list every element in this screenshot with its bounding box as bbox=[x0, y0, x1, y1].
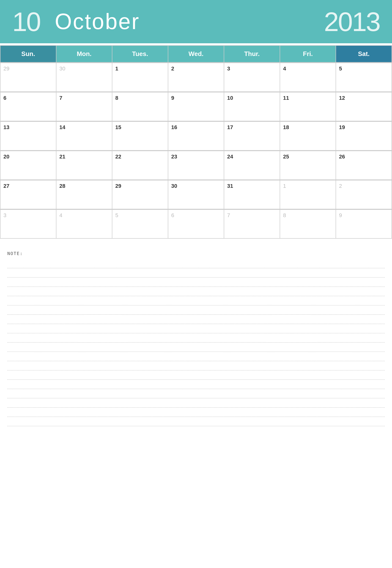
note-section: NOTE: bbox=[0, 243, 392, 431]
day-number: 1 bbox=[283, 183, 286, 189]
note-line bbox=[7, 287, 385, 296]
day-number: 5 bbox=[115, 212, 118, 218]
day-number: 11 bbox=[283, 95, 289, 101]
cal-cell: 6 bbox=[168, 209, 224, 239]
day-number: 7 bbox=[227, 212, 230, 218]
cal-cell: 23 bbox=[168, 151, 224, 180]
cal-cell: 1 bbox=[112, 63, 168, 92]
day-number: 26 bbox=[339, 153, 345, 160]
day-number: 27 bbox=[3, 183, 9, 189]
day-header-mon: Mon. bbox=[56, 45, 112, 63]
cal-cell: 27 bbox=[0, 180, 56, 209]
cal-cell: 8 bbox=[280, 209, 336, 239]
note-line bbox=[7, 352, 385, 361]
note-line bbox=[7, 398, 385, 408]
day-number: 1 bbox=[115, 66, 118, 72]
note-line bbox=[7, 268, 385, 278]
day-number: 8 bbox=[115, 95, 118, 101]
day-header-fri: Fri. bbox=[280, 45, 336, 63]
day-number: 28 bbox=[59, 183, 65, 189]
note-line bbox=[7, 278, 385, 287]
cal-cell: 8 bbox=[112, 92, 168, 121]
day-number: 4 bbox=[283, 66, 286, 72]
cal-cell: 6 bbox=[0, 92, 56, 121]
note-label: NOTE: bbox=[7, 251, 385, 256]
cal-cell: 22 bbox=[112, 151, 168, 180]
note-line bbox=[7, 417, 385, 426]
day-number: 19 bbox=[339, 124, 345, 130]
note-line bbox=[7, 333, 385, 343]
month-name: October bbox=[55, 9, 140, 34]
day-number: 10 bbox=[227, 95, 233, 101]
cal-cell: 15 bbox=[112, 121, 168, 151]
cal-cell: 3 bbox=[224, 63, 280, 92]
day-number: 3 bbox=[3, 212, 6, 218]
note-line bbox=[7, 296, 385, 305]
note-line bbox=[7, 408, 385, 417]
cal-cell: 10 bbox=[224, 92, 280, 121]
cal-cell: 28 bbox=[56, 180, 112, 209]
cal-cell: 13 bbox=[0, 121, 56, 151]
day-number: 29 bbox=[115, 183, 121, 189]
cal-cell: 1 bbox=[280, 180, 336, 209]
cal-cell: 5 bbox=[336, 63, 392, 92]
day-number: 30 bbox=[59, 66, 65, 72]
note-lines bbox=[7, 259, 385, 426]
day-header-wed: Wed. bbox=[168, 45, 224, 63]
day-header-thu: Thur. bbox=[224, 45, 280, 63]
note-line bbox=[7, 305, 385, 315]
note-line bbox=[7, 361, 385, 371]
cal-cell: 9 bbox=[336, 209, 392, 239]
note-line bbox=[7, 389, 385, 398]
cal-cell: 20 bbox=[0, 151, 56, 180]
day-number: 23 bbox=[171, 153, 177, 160]
note-line bbox=[7, 380, 385, 389]
day-number: 22 bbox=[115, 153, 121, 160]
day-number: 12 bbox=[339, 95, 345, 101]
day-number: 20 bbox=[3, 153, 9, 160]
day-number: 5 bbox=[339, 66, 342, 72]
day-header-sat: Sat. bbox=[336, 45, 392, 63]
day-number: 9 bbox=[171, 95, 174, 101]
cal-cell: 30 bbox=[168, 180, 224, 209]
note-line bbox=[7, 324, 385, 333]
cal-cell: 30 bbox=[56, 63, 112, 92]
day-number: 18 bbox=[283, 124, 289, 130]
cal-cell: 29 bbox=[112, 180, 168, 209]
day-number: 30 bbox=[171, 183, 177, 189]
day-number: 2 bbox=[171, 66, 174, 72]
day-number: 29 bbox=[3, 66, 9, 72]
cal-cell: 18 bbox=[280, 121, 336, 151]
day-number: 3 bbox=[227, 66, 230, 72]
day-header-tue: Tues. bbox=[112, 45, 168, 63]
cal-cell: 31 bbox=[224, 180, 280, 209]
cal-cell: 29 bbox=[0, 63, 56, 92]
day-number: 8 bbox=[283, 212, 286, 218]
note-line bbox=[7, 259, 385, 268]
cal-cell: 9 bbox=[168, 92, 224, 121]
cal-cell: 21 bbox=[56, 151, 112, 180]
cal-cell: 7 bbox=[56, 92, 112, 121]
cal-cell: 14 bbox=[56, 121, 112, 151]
cal-cell: 4 bbox=[280, 63, 336, 92]
cal-cell: 25 bbox=[280, 151, 336, 180]
day-number: 17 bbox=[227, 124, 233, 130]
cal-cell: 16 bbox=[168, 121, 224, 151]
day-number: 6 bbox=[171, 212, 174, 218]
day-headers-row: Sun.Mon.Tues.Wed.Thur.Fri.Sat. bbox=[0, 45, 392, 63]
day-number: 13 bbox=[3, 124, 9, 130]
note-line bbox=[7, 371, 385, 380]
cal-cell: 24 bbox=[224, 151, 280, 180]
note-line bbox=[7, 315, 385, 324]
day-number: 15 bbox=[115, 124, 121, 130]
day-number: 4 bbox=[59, 212, 62, 218]
cal-cell: 17 bbox=[224, 121, 280, 151]
cal-cell: 4 bbox=[56, 209, 112, 239]
cal-cell: 12 bbox=[336, 92, 392, 121]
month-number: 10 bbox=[12, 6, 40, 37]
day-number: 14 bbox=[59, 124, 65, 130]
day-number: 21 bbox=[59, 153, 65, 160]
cal-cell: 5 bbox=[112, 209, 168, 239]
day-number: 6 bbox=[3, 95, 6, 101]
cal-cell: 7 bbox=[224, 209, 280, 239]
